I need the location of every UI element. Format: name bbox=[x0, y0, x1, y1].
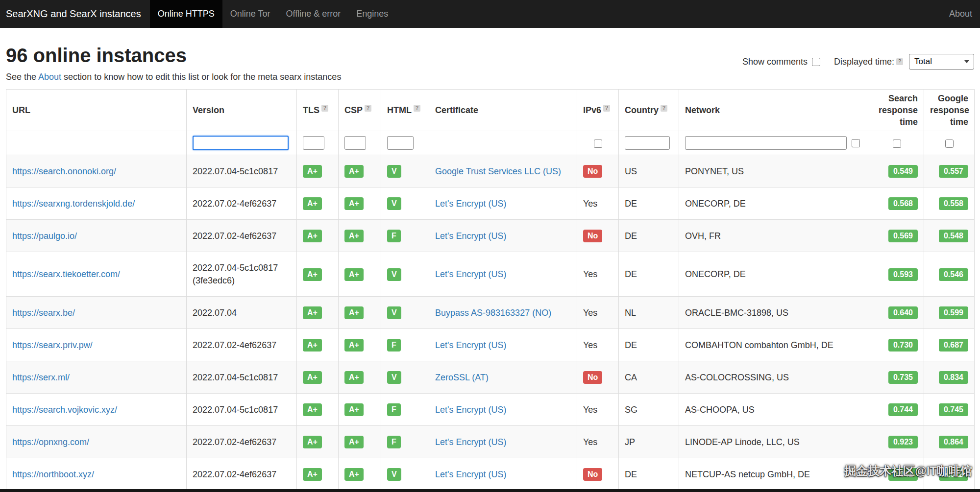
version-cell: 2022.07.02-4ef62637 bbox=[187, 426, 297, 458]
search-time-badge: 0.941 bbox=[888, 468, 918, 481]
tab-engines[interactable]: Engines bbox=[348, 0, 396, 28]
csp-grade-cell: A+ bbox=[339, 155, 381, 187]
certificate-issuer-link[interactable]: Let's Encrypt (US) bbox=[435, 199, 506, 209]
certificate-issuer-link[interactable]: Let's Encrypt (US) bbox=[435, 437, 506, 447]
html-grade-cell: V bbox=[381, 297, 429, 329]
search-time-cell: 0.549 bbox=[870, 155, 924, 187]
google-time-cell: 0.687 bbox=[924, 329, 975, 361]
instance-row: https://paulgo.io/ 2022.07.02-4ef62637 A… bbox=[6, 220, 975, 252]
column-header-search-response-time: Search response time bbox=[870, 90, 924, 131]
network-cell: PONYNET, US bbox=[679, 155, 870, 187]
html-grade-cell: V bbox=[381, 187, 429, 220]
tls-filter-input[interactable] bbox=[303, 136, 324, 150]
search-time-filter-checkbox[interactable] bbox=[893, 140, 901, 148]
certificate-issuer-link[interactable]: ZeroSSL (AT) bbox=[435, 373, 489, 382]
csp-grade-cell: A+ bbox=[339, 329, 381, 361]
tab-online-tor[interactable]: Online Tor bbox=[222, 0, 278, 28]
google-time-cell: 0.834 bbox=[924, 361, 975, 394]
tls-grade-cell: A+ bbox=[297, 329, 339, 361]
search-time-badge: 0.568 bbox=[888, 197, 918, 210]
country-cell: CA bbox=[619, 361, 679, 394]
column-header-certificate: Certificate bbox=[429, 90, 577, 131]
csp-grade-cell: A+ bbox=[339, 458, 381, 491]
displayed-time-label: Displayed time: bbox=[834, 57, 894, 67]
instance-row: https://northboot.xyz/ 2022.07.02-4ef626… bbox=[6, 458, 975, 491]
instance-url-link[interactable]: https://searxng.tordenskjold.de/ bbox=[12, 199, 135, 209]
html-grade-cell: V bbox=[381, 361, 429, 394]
url-cell: https://search.ononoki.org/ bbox=[6, 155, 187, 187]
url-cell: https://paulgo.io/ bbox=[6, 220, 187, 252]
country-filter-input[interactable] bbox=[625, 136, 670, 150]
info-icon: ? bbox=[321, 105, 328, 112]
tab-online-https[interactable]: Online HTTPS bbox=[150, 0, 222, 28]
ipv6-filter-checkbox[interactable] bbox=[594, 140, 602, 148]
certificate-issuer-link[interactable]: Google Trust Services LLC (US) bbox=[435, 166, 561, 176]
certificate-issuer-link[interactable]: Let's Encrypt (US) bbox=[435, 469, 506, 479]
network-filter-checkbox[interactable] bbox=[852, 139, 860, 147]
instance-url-link[interactable]: https://searx.be/ bbox=[12, 308, 75, 318]
search-time-cell: 0.569 bbox=[870, 220, 924, 252]
network-filter-input[interactable] bbox=[685, 136, 847, 150]
search-time-badge: 0.549 bbox=[888, 165, 918, 178]
csp-grade-badge: A+ bbox=[344, 306, 364, 319]
search-time-badge: 0.744 bbox=[888, 403, 918, 416]
ipv6-status: No bbox=[583, 371, 602, 384]
instance-url-link[interactable]: https://search.vojkovic.xyz/ bbox=[12, 405, 117, 415]
csp-grade-cell: A+ bbox=[339, 426, 381, 458]
version-cell: 2022.07.02-4ef62637 bbox=[187, 187, 297, 220]
csp-filter-input[interactable] bbox=[344, 136, 366, 150]
csp-grade-cell: A+ bbox=[339, 394, 381, 426]
tls-grade-badge: A+ bbox=[303, 436, 322, 448]
instance-url-link[interactable]: https://northboot.xyz/ bbox=[12, 469, 94, 479]
search-time-badge: 0.730 bbox=[888, 339, 918, 351]
about-link[interactable]: About bbox=[38, 72, 61, 82]
url-cell: https://northboot.xyz/ bbox=[6, 458, 187, 491]
tab-offline-error[interactable]: Offline & error bbox=[278, 0, 348, 28]
certificate-issuer-link[interactable]: Buypass AS-983163327 (NO) bbox=[435, 308, 551, 318]
certificate-cell: ZeroSSL (AT) bbox=[429, 361, 577, 394]
ipv6-cell: Yes bbox=[577, 187, 619, 220]
ipv6-cell: Yes bbox=[577, 426, 619, 458]
version-filter-input[interactable] bbox=[193, 136, 289, 150]
certificate-cell: Google Trust Services LLC (US) bbox=[429, 155, 577, 187]
column-header-tls: TLS? bbox=[297, 90, 339, 131]
displayed-time-select[interactable]: Total bbox=[909, 54, 974, 70]
google-time-badge: 0.834 bbox=[939, 371, 968, 384]
tls-grade-badge: A+ bbox=[303, 268, 322, 281]
network-cell: ONECORP, DE bbox=[679, 252, 870, 297]
ipv6-status: No bbox=[583, 468, 602, 481]
url-cell: https://searx.tiekoetter.com/ bbox=[6, 252, 187, 297]
instance-url-link[interactable]: https://search.ononoki.org/ bbox=[12, 166, 116, 176]
show-comments-checkbox[interactable] bbox=[812, 58, 820, 66]
bottom-edge bbox=[0, 489, 980, 492]
nav-tabs: Online HTTPS Online Tor Offline & error … bbox=[150, 0, 396, 28]
tls-grade-cell: A+ bbox=[297, 187, 339, 220]
url-filter-cell bbox=[6, 131, 187, 155]
google-time-badge: 0.687 bbox=[939, 339, 968, 351]
instance-url-link[interactable]: https://opnxng.com/ bbox=[12, 437, 89, 447]
tls-grade-cell: A+ bbox=[297, 297, 339, 329]
instance-url-link[interactable]: https://searx.priv.pw/ bbox=[12, 340, 93, 350]
html-grade-badge: V bbox=[387, 268, 401, 281]
certificate-filter-cell bbox=[429, 131, 577, 155]
certificate-issuer-link[interactable]: Let's Encrypt (US) bbox=[435, 231, 506, 241]
subtitle-text: See the bbox=[6, 72, 38, 82]
navbar: SearXNG and SearX instances Online HTTPS… bbox=[0, 0, 980, 28]
column-header-html: HTML? bbox=[381, 90, 429, 131]
column-header-ipv6: IPv6? bbox=[577, 90, 619, 131]
instance-url-link[interactable]: https://searx.tiekoetter.com/ bbox=[12, 269, 120, 279]
column-header-csp: CSP? bbox=[339, 90, 381, 131]
version-cell: 2022.07.02-4ef62637 bbox=[187, 458, 297, 491]
column-header-version: Version bbox=[187, 90, 297, 131]
html-filter-input[interactable] bbox=[387, 136, 414, 150]
certificate-issuer-link[interactable]: Let's Encrypt (US) bbox=[435, 269, 506, 279]
certificate-issuer-link[interactable]: Let's Encrypt (US) bbox=[435, 405, 506, 415]
instance-url-link[interactable]: https://paulgo.io/ bbox=[12, 231, 77, 241]
certificate-issuer-link[interactable]: Let's Encrypt (US) bbox=[435, 340, 506, 350]
instance-url-link[interactable]: https://serx.ml/ bbox=[12, 373, 70, 382]
html-grade-cell: F bbox=[381, 329, 429, 361]
csp-grade-badge: A+ bbox=[344, 371, 364, 384]
html-grade-badge: V bbox=[387, 371, 401, 384]
google-time-filter-checkbox[interactable] bbox=[945, 140, 954, 148]
nav-item-about[interactable]: About bbox=[947, 9, 974, 19]
